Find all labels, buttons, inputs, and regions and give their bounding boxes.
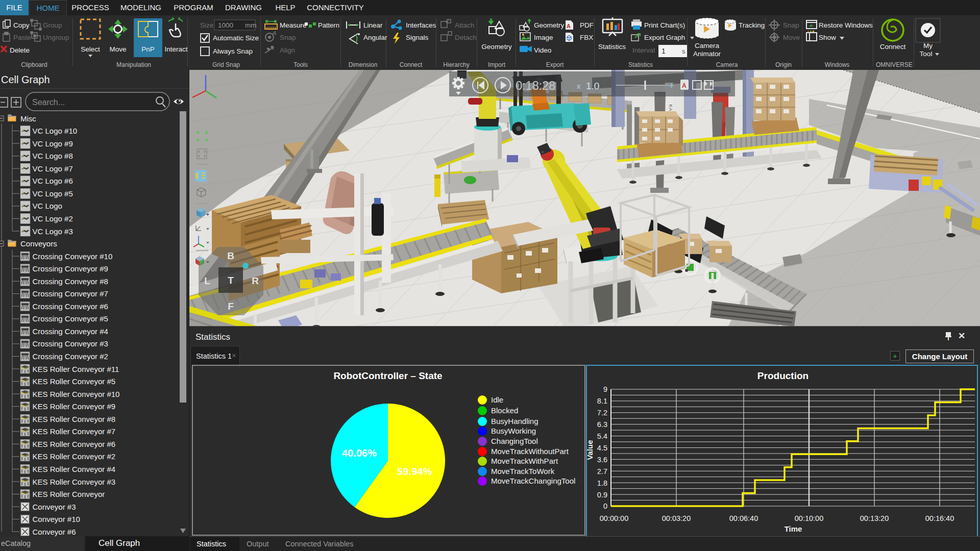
svg-text:VC Logo #6: VC Logo #6 (33, 177, 73, 185)
svg-text:VC Logo #10: VC Logo #10 (33, 127, 78, 135)
svg-text:Pattern: Pattern (318, 21, 339, 29)
svg-text:Geometry: Geometry (534, 21, 565, 29)
svg-text:B: B (227, 251, 234, 261)
svg-text:MoveTrackWithPart: MoveTrackWithPart (491, 457, 558, 465)
svg-text:RobotController – State: RobotController – State (333, 370, 442, 381)
svg-text:KES Roller Conveyor #4: KES Roller Conveyor #4 (33, 465, 116, 473)
svg-text:MoveTrackWithoutPart: MoveTrackWithoutPart (491, 447, 569, 456)
svg-text:Crossing Conveyor #7: Crossing Conveyor #7 (33, 289, 108, 298)
svg-text:KES Roller Conveyor: KES Roller Conveyor (33, 490, 105, 498)
svg-text:00:13:20: 00:13:20 (860, 514, 889, 522)
svg-text:3.6: 3.6 (597, 456, 607, 464)
svg-text:Angular: Angular (363, 34, 387, 41)
svg-text:Ungroup: Ungroup (43, 34, 69, 41)
svg-text:Always Snap: Always Snap (213, 47, 253, 55)
svg-text:00:10:00: 00:10:00 (795, 514, 823, 522)
svg-text:Interval: Interval (632, 46, 655, 54)
svg-text:Production: Production (757, 370, 808, 381)
svg-text:My: My (923, 42, 933, 49)
svg-text:6.3: 6.3 (597, 420, 607, 429)
svg-text:59.94%: 59.94% (397, 466, 432, 477)
svg-text:T: T (228, 275, 234, 286)
svg-text:Crossing Conveyor #8: Crossing Conveyor #8 (33, 277, 108, 286)
svg-text:Export Graph: Export Graph (644, 34, 685, 41)
svg-text:Linear: Linear (363, 21, 383, 29)
svg-text:BusyHandling: BusyHandling (491, 417, 538, 425)
svg-text:Attach: Attach (455, 21, 474, 29)
svg-text:VC Logo #3: VC Logo #3 (33, 227, 73, 236)
svg-text:PDF: PDF (580, 21, 594, 29)
svg-text:Crossing Conveyor #10: Crossing Conveyor #10 (33, 252, 113, 261)
svg-text:KES Roller Conveyor #7: KES Roller Conveyor #7 (33, 427, 116, 436)
svg-text:2.7: 2.7 (597, 467, 607, 475)
svg-text:Snap: Snap (783, 21, 799, 29)
svg-text:+: + (669, 80, 674, 91)
svg-text:VC Logo #8: VC Logo #8 (33, 152, 73, 160)
svg-text:s: s (682, 47, 685, 55)
svg-text:Tool: Tool (920, 50, 933, 58)
svg-text:0.9: 0.9 (597, 491, 607, 499)
svg-text:Conveyor #6: Conveyor #6 (33, 528, 76, 536)
svg-text:KES Roller Conveyor #6: KES Roller Conveyor #6 (33, 440, 116, 448)
svg-text:L: L (204, 276, 210, 286)
svg-text:Misc: Misc (20, 114, 36, 123)
svg-text:Statistics: Statistics (598, 43, 626, 51)
svg-text:Restore Windows: Restore Windows (819, 21, 873, 29)
svg-text:Camera: Camera (695, 42, 720, 49)
svg-text:Crossing Conveyor #5: Crossing Conveyor #5 (33, 314, 108, 323)
svg-text:PnP: PnP (141, 45, 155, 53)
svg-text:Conveyor #3: Conveyor #3 (33, 503, 76, 511)
svg-text:Video: Video (534, 46, 551, 54)
svg-text:Crossing Conveyor #3: Crossing Conveyor #3 (33, 339, 108, 348)
svg-text:1000: 1000 (218, 21, 233, 29)
svg-text:Copy: Copy (13, 21, 30, 29)
svg-text:00:00:00: 00:00:00 (600, 514, 628, 522)
svg-text:Tracking: Tracking (739, 21, 765, 29)
svg-text:Signals: Signals (406, 34, 429, 41)
svg-text:Value: Value (587, 440, 594, 460)
svg-text:Group: Group (43, 21, 62, 29)
svg-text:A: A (682, 82, 687, 89)
svg-text:VC Logo #7: VC Logo #7 (33, 164, 73, 173)
svg-text:Delete: Delete (10, 46, 30, 54)
svg-text:VC Logo #5: VC Logo #5 (33, 189, 73, 198)
svg-text:R: R (252, 276, 259, 286)
svg-text:KES Roller Conveyor #9: KES Roller Conveyor #9 (33, 402, 116, 411)
svg-text:MoveTrackToWork: MoveTrackToWork (491, 467, 555, 475)
svg-text:0:18:28: 0:18:28 (516, 79, 555, 92)
svg-text:Select: Select (81, 45, 100, 53)
svg-text:KES Roller Conveyor #5: KES Roller Conveyor #5 (33, 377, 116, 386)
svg-text:Interfaces: Interfaces (406, 21, 436, 29)
svg-text:Show: Show (819, 34, 836, 41)
svg-text:Interact: Interact (164, 45, 187, 53)
svg-text:F: F (228, 301, 234, 312)
svg-text:Measure: Measure (280, 21, 307, 29)
svg-text:1.0: 1.0 (586, 81, 599, 91)
svg-text:KES Roller Conveyor #2: KES Roller Conveyor #2 (33, 452, 116, 461)
svg-text:Conveyors: Conveyors (20, 239, 57, 248)
svg-text:Move: Move (109, 45, 126, 53)
svg-text:0: 0 (603, 502, 607, 510)
svg-text:Detach: Detach (455, 34, 477, 41)
svg-text:KES Roller Conveyor #11: KES Roller Conveyor #11 (33, 365, 119, 373)
svg-text:Crossing Conveyor #4: Crossing Conveyor #4 (33, 327, 108, 336)
svg-text:Crossing Conveyor #2: Crossing Conveyor #2 (33, 352, 108, 361)
svg-text:mm: mm (245, 21, 257, 29)
svg-text:KES Roller Conveyor #10: KES Roller Conveyor #10 (33, 390, 120, 398)
svg-text:4.5: 4.5 (597, 444, 607, 452)
svg-text:Crossing Conveyor #9: Crossing Conveyor #9 (33, 264, 108, 273)
svg-text:KES Roller Conveyor #3: KES Roller Conveyor #3 (33, 478, 116, 486)
svg-text:9: 9 (603, 385, 607, 393)
svg-text:VC Logo #9: VC Logo #9 (33, 139, 73, 148)
svg-text:FBX: FBX (580, 34, 593, 41)
svg-text:Align: Align (280, 46, 295, 54)
svg-text:Search...: Search... (32, 98, 65, 107)
svg-text:8.1: 8.1 (597, 397, 607, 405)
svg-text:MoveTrackChangingTool: MoveTrackChangingTool (491, 477, 575, 485)
svg-text:KES Roller Conveyor #8: KES Roller Conveyor #8 (33, 415, 116, 423)
svg-text:1: 1 (662, 47, 666, 55)
svg-text:BusyWorking: BusyWorking (491, 427, 536, 435)
svg-text:VC Logo: VC Logo (33, 202, 62, 210)
svg-text:ChangingTool: ChangingTool (491, 437, 538, 445)
svg-text:VC Logo #2: VC Logo #2 (33, 214, 73, 223)
